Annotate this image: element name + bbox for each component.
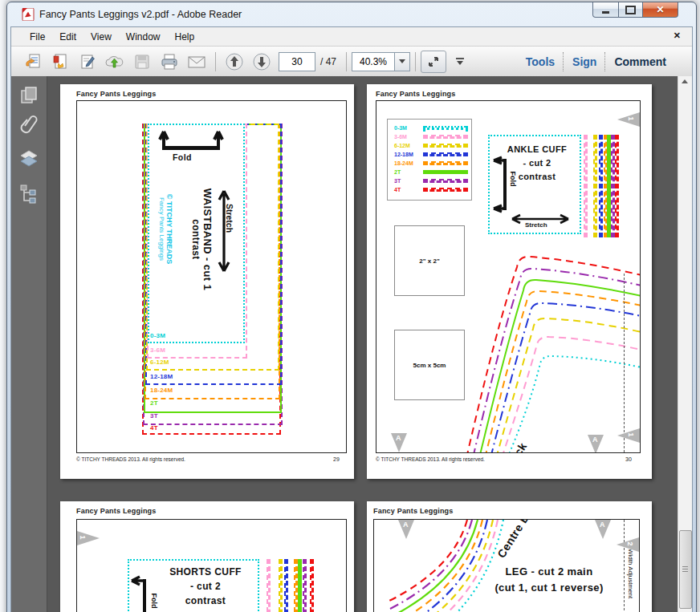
email-icon [187, 54, 206, 70]
size-label: 4T [150, 424, 158, 432]
fold-label: Fold [173, 152, 192, 162]
piece-title-line1: SHORTS CUFF [153, 565, 258, 579]
document-view: Fancy Pants Leggings [11, 76, 692, 612]
navigation-pane [11, 76, 47, 612]
scrollbar-thumb[interactable] [679, 530, 692, 609]
chevron-down-icon [457, 61, 463, 65]
menu-window[interactable]: Window [119, 29, 168, 45]
toolbar-separator [415, 52, 416, 71]
create-pdf-button[interactable] [47, 51, 74, 73]
size-curve [402, 520, 487, 612]
match-marker-A: A [398, 520, 414, 539]
menu-view[interactable]: View [83, 29, 119, 45]
pattern-page-number: 29 [333, 456, 340, 462]
menu-file[interactable]: File [22, 29, 52, 45]
pattern-header: Fancy Pants Leggings [373, 507, 454, 515]
close-icon: ✕ [656, 5, 664, 14]
print-button[interactable] [156, 51, 183, 73]
match-marker-A: A [391, 433, 407, 452]
brand-line1: © TITCHY THREADS [165, 185, 173, 274]
sign-panel-button[interactable]: Sign [572, 55, 596, 68]
next-page-button[interactable] [248, 51, 275, 73]
size-curve [466, 257, 640, 452]
size-label: 3-6M [150, 347, 165, 354]
toolbar-separator [346, 52, 347, 71]
cloud-upload-icon [105, 53, 124, 71]
flag-number: 2 [626, 541, 634, 545]
flag-number: 1 [79, 535, 87, 539]
scroll-up-icon[interactable] [682, 79, 688, 83]
pattern-frame: Fold WAISTBAND - cut 1 contrast Stretch [76, 100, 347, 453]
layers-icon[interactable] [19, 149, 39, 167]
size-label: 18-24M [150, 387, 173, 394]
previous-page-button[interactable] [221, 51, 248, 73]
pattern-header: Fancy Pants Leggings [76, 507, 157, 515]
brand-block: © TITCHY THREADS Fancy Pants Leggings [158, 185, 173, 274]
email-button[interactable] [183, 51, 210, 73]
piece-title-line1: LEG - cut 2 main [477, 564, 621, 580]
more-tools-button[interactable] [456, 58, 464, 65]
send-file-button[interactable] [101, 51, 128, 73]
width-adjustment-label: Width Adjustment [627, 549, 634, 598]
comment-panel-button[interactable]: Comment [614, 55, 666, 68]
marker-letter: A [600, 521, 605, 529]
pattern-frame: Centre Back LEG - cut 2 main (cut 1, cut… [373, 519, 640, 612]
create-pdf-icon [51, 53, 69, 71]
menu-edit[interactable]: Edit [52, 29, 83, 45]
maximize-icon [625, 6, 636, 14]
adobe-reader-icon [22, 8, 35, 21]
tile-flag-1: 1 [617, 428, 640, 443]
bookmarks-icon[interactable] [19, 184, 39, 205]
marker-letter: A [592, 436, 598, 444]
tools-panel-button[interactable]: Tools [526, 55, 555, 68]
fold-arrow [156, 125, 228, 152]
cuff-size-line [284, 559, 288, 612]
pdf-page-29: Fancy Pants Leggings [60, 84, 354, 479]
size-label: 12-18M [150, 373, 173, 380]
attachments-icon[interactable] [19, 115, 39, 136]
window-title: Fancy Pants Leggings v2.pdf - Adobe Read… [39, 9, 242, 20]
shorts-cuff-title: SHORTS CUFF - cut 2 contrast [153, 565, 258, 608]
cuff-size-line [310, 559, 314, 612]
toolbar: / 47 Tools Sign [11, 46, 692, 77]
minimize-icon [602, 11, 609, 14]
size-label: 3T [150, 412, 158, 419]
cuff-size-line [298, 559, 302, 612]
adobe-reader-window: Fancy Pants Leggings v2.pdf - Adobe Read… [6, 2, 697, 612]
brand-line2: Fancy Pants Leggings [158, 185, 165, 274]
zoom-dropdown-button[interactable] [394, 52, 410, 71]
panel-separator [563, 52, 564, 71]
menu-help[interactable]: Help [168, 29, 202, 45]
fold-arrow [128, 574, 151, 612]
print-icon [160, 53, 179, 71]
page-canvas[interactable]: Fancy Pants Leggings [47, 76, 678, 612]
close-button[interactable]: ✕ [642, 2, 678, 18]
pattern-footer: © TITCHY THREADS 2013. All rights reserv… [376, 456, 485, 462]
page-thumbnails-icon[interactable] [19, 86, 39, 105]
size-curve [473, 269, 640, 452]
vertical-scrollbar[interactable] [678, 76, 692, 612]
marker-letter: A [396, 434, 401, 442]
fill-sign-icon [79, 53, 96, 71]
thumb-grip [682, 571, 688, 572]
fold-label: Fold [150, 594, 158, 609]
minimize-button[interactable] [592, 2, 619, 18]
flag-number: 1 [627, 116, 635, 120]
width-adjustment-line [624, 520, 625, 612]
fill-sign-button[interactable] [74, 51, 101, 73]
cuff-size-line [267, 559, 271, 612]
piece-title: WAISTBAND - cut 1 contrast [190, 164, 214, 316]
tile-flag-1: 1 [617, 112, 640, 127]
pattern-frame: 0-3M 3-6M 6-12M 12-18M 18-24M 2T 3T 4T [376, 100, 641, 453]
close-pane-icon[interactable]: ✕ [674, 30, 681, 41]
save-button[interactable] [128, 51, 156, 73]
piece-title-line3: contrast [153, 594, 258, 608]
open-button[interactable] [19, 51, 47, 73]
title-bar[interactable]: Fancy Pants Leggings v2.pdf - Adobe Read… [7, 2, 696, 26]
match-marker-A: A [595, 520, 611, 539]
maximize-button[interactable] [618, 2, 643, 18]
fit-page-button[interactable] [421, 51, 446, 73]
page-total-label: / 47 [320, 56, 336, 67]
zoom-input[interactable] [352, 52, 394, 71]
page-number-input[interactable] [279, 52, 315, 71]
